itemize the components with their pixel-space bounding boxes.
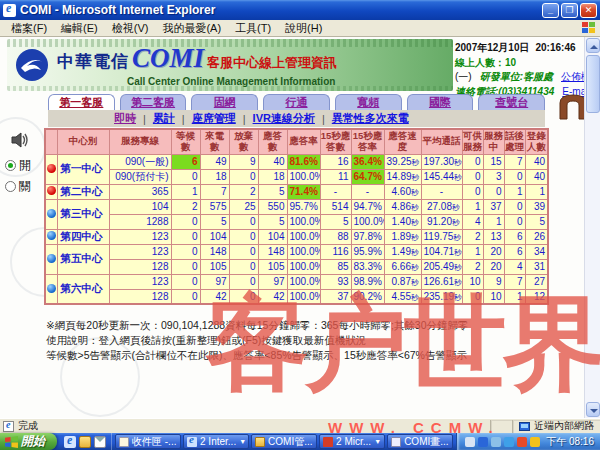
data-cell: 25 <box>229 199 258 214</box>
minimize-button[interactable]: _ <box>542 3 559 18</box>
subnav-link-IVR連線分析[interactable]: IVR連線分析 <box>253 111 315 126</box>
tray-network-icon[interactable] <box>504 437 514 447</box>
column-header-status <box>45 129 57 154</box>
red-status-dot-icon <box>47 164 56 173</box>
tray-display-icon[interactable] <box>491 437 501 447</box>
quicklaunch-folder-icon[interactable] <box>79 436 91 448</box>
data-cell: 148 <box>200 244 229 259</box>
data-cell: 18 <box>200 169 229 184</box>
status-dot-cell <box>45 244 57 274</box>
subnav-link-累計[interactable]: 累計 <box>153 111 175 126</box>
data-cell: 145.44秒 <box>421 169 462 184</box>
data-cell: 83.3% <box>351 259 384 274</box>
restore-button[interactable]: ❐ <box>561 3 578 18</box>
data-cell: 105 <box>200 259 229 274</box>
data-cell: 37 <box>320 289 351 304</box>
data-cell: 205.49秒 <box>421 259 462 274</box>
data-cell: 5 <box>258 184 287 199</box>
taskbar-task-ie[interactable]: 2 Inter...▼ <box>183 434 249 449</box>
data-cell: 0 <box>504 199 525 214</box>
windows-flag-icon <box>5 436 18 448</box>
data-cell: 27.08秒 <box>421 199 462 214</box>
data-cell: 7 <box>200 184 229 199</box>
scroll-up-button[interactable] <box>586 38 600 53</box>
data-cell: 1.49秒 <box>384 244 421 259</box>
call-center-report-table: 中心別服務專線等候數來電數放棄數應答數應答率15秒應答數15秒應答率應答速度平均… <box>44 128 549 305</box>
data-cell: 64.7% <box>351 169 384 184</box>
data-cell: 34 <box>525 244 548 259</box>
data-cell: 14.89秒 <box>384 169 421 184</box>
data-cell: 94.7% <box>351 199 384 214</box>
column-header: 應答數 <box>258 129 287 154</box>
taskbar-task-window[interactable]: COMI畫... <box>387 434 453 449</box>
data-cell: 0 <box>504 169 525 184</box>
tab-國際[interactable]: 國際 <box>407 94 474 110</box>
tray-volume-icon[interactable] <box>465 437 475 447</box>
data-cell: 40 <box>525 154 548 169</box>
tab-查號台[interactable]: 查號台 <box>478 94 545 110</box>
table-row: 第二中心365172571.4%--4.60秒-0011 <box>45 184 548 199</box>
subnav-link-即時[interactable]: 即時 <box>114 111 136 126</box>
center-name-cell: 第三中心 <box>57 199 109 229</box>
subnav-link-座席管理[interactable]: 座席管理 <box>192 111 236 126</box>
data-cell: 100.0% <box>287 214 320 229</box>
quicklaunch-ie-icon[interactable] <box>64 436 76 448</box>
status-cell-empty <box>490 420 512 433</box>
close-button[interactable]: ✕ <box>580 3 597 18</box>
menu-item-檢[interactable]: 檢視(V) <box>105 20 156 37</box>
center-name-cell: 第一中心 <box>57 154 109 184</box>
tab-寬頻[interactable]: 寬頻 <box>335 94 402 110</box>
blue-status-dot-icon <box>47 254 56 263</box>
unit-second: 秒 <box>454 158 462 167</box>
audio-off-radio[interactable] <box>5 181 16 192</box>
data-cell: 0 <box>462 289 483 304</box>
vertical-scrollbar[interactable] <box>584 37 600 418</box>
start-button[interactable]: 開始 <box>0 433 57 450</box>
audio-on-radio[interactable] <box>5 160 16 171</box>
tab-第二客服[interactable]: 第二客服 <box>120 94 187 110</box>
taskbar-task-office[interactable]: 2 Micr...▼ <box>319 434 385 449</box>
data-cell: 88 <box>320 229 351 244</box>
site-banner: 中華電信 COMI 客服中心線上管理資訊 Call Center Online … <box>7 39 453 91</box>
browser-window: COMI - Microsoft Internet Explorer _ ❐ ✕… <box>0 0 600 450</box>
data-cell: 4.60秒 <box>384 184 421 199</box>
service-line-cell: 128 <box>109 259 171 274</box>
menu-item-編[interactable]: 編輯(E) <box>54 20 105 37</box>
unit-second: 秒 <box>454 248 462 257</box>
menu-item-我[interactable]: 我的最愛(A) <box>155 20 228 37</box>
data-cell: 100.0% <box>287 244 320 259</box>
data-cell: 71.4% <box>287 184 320 199</box>
tray-help-icon[interactable] <box>478 437 488 447</box>
tray-schedule-icon[interactable] <box>530 437 540 447</box>
unit-second: 秒 <box>454 173 462 182</box>
brand-chunghwa: 中華電信 <box>57 53 129 70</box>
menu-item-工[interactable]: 工具(T) <box>228 20 278 37</box>
data-cell: 42 <box>200 289 229 304</box>
tab-固網[interactable]: 固網 <box>191 94 258 110</box>
ie-app-icon <box>3 4 16 17</box>
data-cell: - <box>351 184 384 199</box>
column-header: 服務專線 <box>109 129 171 154</box>
data-cell: 1 <box>504 289 525 304</box>
scrollbar-thumb[interactable] <box>586 55 600 113</box>
subnav-link-異常性多次來電[interactable]: 異常性多次來電 <box>332 111 409 126</box>
service-line-cell: 123 <box>109 229 171 244</box>
quicklaunch-mail-icon[interactable] <box>94 436 106 448</box>
taskbar-task-mail[interactable]: 收件匣 -... <box>115 434 181 449</box>
taskbar-task-folder[interactable]: COMI管... <box>251 434 317 449</box>
mail-icon <box>119 437 129 447</box>
speaker-icon <box>11 132 45 151</box>
unit-second: 秒 <box>453 233 461 242</box>
tray-antivirus-icon[interactable] <box>517 437 527 447</box>
group-chevron-icon: ▼ <box>239 438 246 445</box>
data-cell: 100.0% <box>287 229 320 244</box>
column-header: 應答速度 <box>384 129 421 154</box>
tab-第一客服[interactable]: 第一客服 <box>48 94 115 110</box>
menu-item-說[interactable]: 說明(H) <box>278 20 329 37</box>
blue-status-dot-icon <box>47 231 56 240</box>
menu-item-檔[interactable]: 檔案(F) <box>4 20 54 37</box>
scroll-down-button[interactable] <box>586 402 600 417</box>
tab-行通[interactable]: 行通 <box>263 94 330 110</box>
table-row: 090(預付卡)018018100.0%1164.7%14.89秒145.44秒… <box>45 169 548 184</box>
window-title: COMI - Microsoft Internet Explorer <box>20 3 540 17</box>
